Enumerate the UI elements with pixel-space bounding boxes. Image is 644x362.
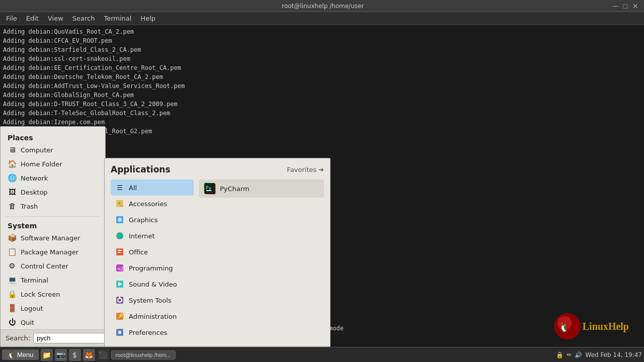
system-software-manager[interactable]: 📦 Software Manager xyxy=(1,231,105,245)
cat-accessories-label: Accessories xyxy=(129,200,167,208)
terminal-close[interactable]: ✕ xyxy=(631,2,640,10)
taskbar-window-button[interactable]: root@linuxhelp /hom... xyxy=(111,350,176,359)
places-network[interactable]: 🌐 Network xyxy=(1,171,105,185)
taskbar-browser-icon[interactable]: 🦊 xyxy=(83,349,95,361)
taskbar-terminal-icon[interactable]: $ xyxy=(69,349,81,361)
cat-accessories[interactable]: 🔧 Accessories xyxy=(111,196,194,212)
cat-sound-video-label: Sound & Video xyxy=(129,281,177,288)
cat-sound-video-icon xyxy=(115,279,125,289)
menu-divider-1 xyxy=(6,216,100,217)
menu-edit[interactable]: Edit xyxy=(22,14,43,23)
taskbar-right: 🔒 ✏ 🔊 Wed Feb 14, 19:47 xyxy=(556,351,642,358)
menu-search[interactable]: Search xyxy=(68,14,99,23)
favorites-arrow-icon: ➜ xyxy=(318,166,324,173)
terminal-line: Adding debian:Izenpe.com.pem xyxy=(3,118,641,127)
cat-administration-label: Administration xyxy=(129,313,177,320)
applications-panel: Applications Favorites ➜ ☰ All 🔧 Accesso… xyxy=(104,158,331,347)
menu-view[interactable]: View xyxy=(44,14,67,23)
terminal-line: Adding debian:QuoVadis_Root_CA_2.pem xyxy=(3,27,641,36)
taskbar-screenshot-icon[interactable]: 📷 xyxy=(55,349,67,361)
taskbar: 🐧 Menu 📁 📷 $ 🦊 ⬛ root@linuxhelp /hom... … xyxy=(0,347,644,362)
cat-internet-label: Internet xyxy=(129,232,155,240)
svg-text:🐧: 🐧 xyxy=(558,322,570,333)
system-package-label: Package Manager xyxy=(21,248,78,256)
app-pycharm[interactable]: Py PyCharm xyxy=(199,179,324,198)
cat-graphics-label: Graphics xyxy=(129,216,157,224)
places-computer[interactable]: 🖥 Computer xyxy=(1,143,105,157)
terminal-minimize[interactable]: ─ xyxy=(612,2,620,10)
system-lock-screen[interactable]: 🔒 Lock Screen xyxy=(1,287,105,301)
terminal-line: Adding debian:GlobalSign_Root_CA.pem xyxy=(3,90,641,100)
cat-preferences-label: Preferences xyxy=(129,329,167,336)
places-computer-label: Computer xyxy=(21,146,53,154)
places-desktop-label: Desktop xyxy=(21,189,48,196)
cat-preferences[interactable]: Preferences xyxy=(111,324,194,340)
apps-results: Py PyCharm xyxy=(199,179,324,340)
system-terminal[interactable]: 💻 Terminal xyxy=(1,273,105,287)
cat-administration[interactable]: 🔑 Administration xyxy=(111,308,194,324)
taskbar-datetime: Wed Feb 14, 19:47 xyxy=(585,351,642,358)
taskbar-menu-button[interactable]: 🐧 Menu xyxy=(2,349,39,360)
places-network-label: Network xyxy=(21,174,48,182)
taskbar-network-icon: 🔒 xyxy=(556,351,564,358)
cat-programming-icon: </> xyxy=(115,263,125,273)
terminal-line: Adding debian:CFCA_EV_ROOT.pem xyxy=(3,36,641,45)
quit-icon: ⏻ xyxy=(8,318,17,327)
system-terminal-label: Terminal xyxy=(21,277,48,284)
terminal-controls: ─ □ ✕ xyxy=(612,2,640,10)
lock-screen-icon: 🔒 xyxy=(8,290,17,299)
cat-accessories-icon: 🔧 xyxy=(115,199,125,209)
apps-content: ☰ All 🔧 Accessories Graphics 🌐 Internet xyxy=(111,179,324,340)
menu-panel: Places 🖥 Computer 🏠 Home Folder 🌐 Networ… xyxy=(0,126,106,347)
cat-internet[interactable]: 🌐 Internet xyxy=(111,228,194,244)
menu-help[interactable]: Help xyxy=(136,14,159,23)
cat-administration-icon: 🔑 xyxy=(115,311,125,321)
cat-system-tools-label: System Tools xyxy=(129,297,172,304)
terminal-line: Adding debian:Starfield_Class_2_CA.pem xyxy=(3,45,641,54)
cat-sound-video[interactable]: Sound & Video xyxy=(111,276,194,292)
control-center-icon: ⚙ xyxy=(8,261,17,270)
system-software-label: Software Manager xyxy=(21,234,80,242)
terminal-menubar: File Edit View Search Terminal Help xyxy=(0,12,644,25)
taskbar-terminal2-icon[interactable]: ⬛ xyxy=(97,349,109,361)
system-quit-label: Quit xyxy=(21,319,34,326)
cat-graphics-icon xyxy=(115,215,125,225)
cat-office-icon xyxy=(115,247,125,257)
system-package-manager[interactable]: 📋 Package Manager xyxy=(1,245,105,259)
cat-all-label: All xyxy=(129,184,137,192)
terminal-maximize[interactable]: □ xyxy=(622,2,629,10)
system-control-center[interactable]: ⚙ Control Center xyxy=(1,259,105,273)
cat-internet-icon: 🌐 xyxy=(115,231,125,241)
terminal-line: Adding debian:D-TRUST_Root_Class_3_CA_2_… xyxy=(3,100,641,109)
menu-icon: 🐧 xyxy=(7,351,15,358)
linuxhelp-logo: 🐧 LinuxHelp xyxy=(554,313,629,339)
terminal-line: Adding debian:Deutsche_Telekom_Root_CA_2… xyxy=(3,72,641,81)
cat-all[interactable]: ☰ All xyxy=(111,179,194,196)
cat-graphics[interactable]: Graphics xyxy=(111,212,194,228)
places-desktop[interactable]: 🖼 Desktop xyxy=(1,185,105,199)
places-trash[interactable]: 🗑 Trash xyxy=(1,199,105,213)
svg-text:Py: Py xyxy=(206,186,211,191)
pycharm-icon: Py xyxy=(204,183,216,195)
svg-text:🔧: 🔧 xyxy=(117,201,124,208)
taskbar-edit-icon: ✏ xyxy=(567,351,572,358)
svg-text:🌐: 🌐 xyxy=(117,233,124,239)
cat-preferences-icon xyxy=(115,327,125,337)
apps-categories: ☰ All 🔧 Accessories Graphics 🌐 Internet xyxy=(111,179,194,340)
home-icon: 🏠 xyxy=(8,159,17,168)
trash-icon: 🗑 xyxy=(8,202,17,211)
terminal-icon: 💻 xyxy=(8,276,17,285)
system-logout[interactable]: 🚪 Logout xyxy=(1,301,105,315)
places-home[interactable]: 🏠 Home Folder xyxy=(1,157,105,171)
taskbar-files-icon[interactable]: 📁 xyxy=(41,349,53,361)
cat-programming[interactable]: </> Programming xyxy=(111,260,194,276)
menu-terminal[interactable]: Terminal xyxy=(100,14,135,23)
cat-system-tools[interactable]: System Tools xyxy=(111,292,194,308)
apps-favorites[interactable]: Favorites ➜ xyxy=(287,166,324,173)
system-quit[interactable]: ⏻ Quit xyxy=(1,315,105,329)
menu-file[interactable]: File xyxy=(2,14,21,23)
terminal-title: root@linuxhelp /home/user xyxy=(34,3,612,10)
places-trash-label: Trash xyxy=(21,203,38,210)
system-control-label: Control Center xyxy=(21,262,68,270)
cat-office[interactable]: Office xyxy=(111,244,194,260)
